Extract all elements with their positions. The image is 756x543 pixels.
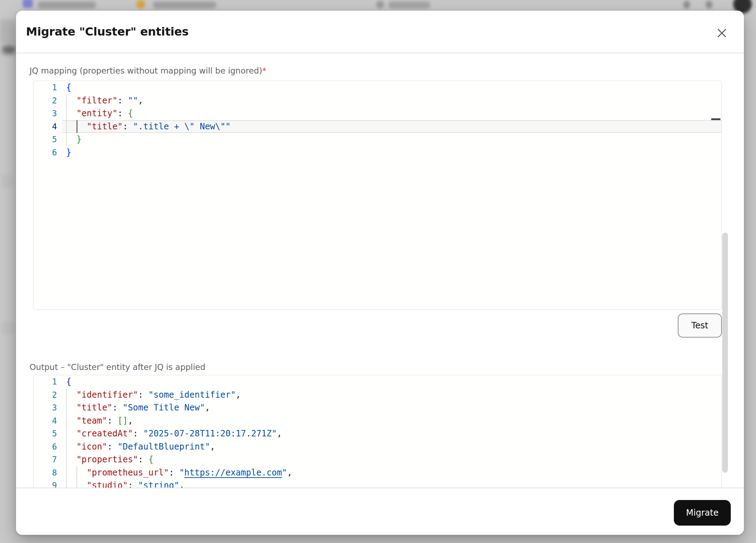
code-line[interactable]: 4 "team": [], [33, 414, 722, 428]
token-b2: { [128, 108, 133, 118]
code-line[interactable]: 6} [33, 146, 722, 159]
token-sp [66, 468, 87, 478]
token-key: "prometheus_url" [87, 468, 169, 478]
token-val: "Some Title New" [123, 403, 205, 413]
code-line[interactable]: 9 "studio": "string", [33, 479, 722, 488]
modal-title: Migrate "Cluster" entities [26, 25, 188, 38]
code-text: "title": ".title + \" New\"" [66, 120, 230, 133]
line-number: 3 [33, 107, 57, 120]
line-number: 1 [33, 375, 57, 388]
code-text: "entity": { [66, 107, 133, 120]
code-line[interactable]: 5 } [33, 133, 722, 146]
line-number: 2 [33, 94, 57, 107]
code-line[interactable]: 7 "properties": { [33, 453, 722, 466]
line-number: 5 [33, 133, 57, 146]
token-pu: : [169, 468, 179, 478]
code-text: "createdAt": "2025-07-28T11:20:17.271Z", [66, 427, 282, 440]
token-b2: { [148, 455, 153, 464]
token-pu: , [210, 442, 215, 452]
token-b1: } [66, 147, 71, 157]
line-number: 6 [33, 440, 57, 453]
code-line[interactable]: 3 "title": "Some Title New", [33, 401, 722, 414]
toolbar-icon-1 [683, 1, 690, 9]
token-pu: : [107, 416, 118, 426]
line-number: 5 [33, 427, 57, 440]
token-pu: , [128, 416, 133, 426]
token-sp [66, 416, 76, 426]
token-sp [66, 480, 87, 488]
code-text: "filter": "", [66, 94, 143, 107]
token-pu: : [107, 442, 118, 452]
line-number: 7 [33, 453, 57, 466]
code-text: } [66, 133, 81, 146]
code-line[interactable]: 1{ [33, 81, 722, 94]
token-b2: } [76, 134, 81, 144]
migrate-entities-modal: Migrate "Cluster" entities JQ mapping (p… [16, 11, 744, 535]
code-text: "team": [], [66, 414, 133, 428]
code-line[interactable]: 8 "prometheus_url": "https://example.com… [33, 466, 722, 479]
catalog-icon [23, 0, 33, 8]
code-line[interactable]: 1{ [33, 375, 722, 388]
page: Migrate "Cluster" entities JQ mapping (p… [0, 0, 756, 543]
code-text: "icon": "DefaultBlueprint", [66, 440, 215, 453]
token-pu: : [118, 96, 128, 106]
code-text: "title": "Some Title New", [66, 401, 210, 414]
line-number: 2 [33, 388, 57, 402]
code-text: "properties": { [66, 453, 154, 466]
token-key: "team" [76, 416, 107, 426]
line-number: 3 [33, 401, 57, 414]
code-line[interactable]: 3 "entity": { [33, 107, 722, 120]
jq-mapping-label-text: JQ mapping (properties without mapping w… [30, 66, 262, 75]
token-key: "properties" [76, 455, 138, 464]
line-number: 6 [33, 146, 57, 159]
jq-mapping-label: JQ mapping (properties without mapping w… [30, 66, 266, 75]
token-pu: : [138, 455, 148, 464]
token-pu: , [236, 390, 241, 400]
token-sp [66, 108, 76, 118]
json-link[interactable]: https://example.com [184, 468, 282, 478]
token-pu: : [138, 390, 148, 400]
token-key: "createdAt" [76, 429, 133, 439]
code-line[interactable]: 5 "createdAt": "2025-07-28T11:20:17.271Z… [33, 427, 722, 440]
code-text: { [66, 81, 71, 94]
token-b2: [] [118, 416, 128, 426]
token-val: " [179, 468, 184, 478]
code-line[interactable]: 2 "filter": "", [33, 94, 722, 107]
token-pu: : [118, 108, 128, 118]
code-text: "identifier": "some_identifier", [66, 388, 241, 402]
token-pu: , [138, 96, 143, 106]
code-line[interactable]: 2 "identifier": "some_identifier", [33, 388, 722, 402]
toolbar-icon-2 [706, 1, 712, 9]
line-number: 9 [33, 479, 57, 488]
code-text: { [66, 375, 71, 388]
search-label-blur [388, 1, 430, 9]
token-pu: : [112, 403, 123, 413]
token-val: "DefaultBlueprint" [118, 442, 210, 452]
token-pu: , [179, 480, 184, 488]
output-editor[interactable]: 1{2 "identifier": "some_identifier",3 "t… [33, 375, 722, 488]
modal-header: Migrate "Cluster" entities [16, 11, 744, 53]
token-sp [66, 403, 76, 413]
code-line[interactable]: 6 "icon": "DefaultBlueprint", [33, 440, 722, 453]
token-sp [66, 134, 76, 144]
token-key: "studio" [87, 480, 128, 488]
token-sp [66, 455, 76, 464]
modal-scrollbar-thumb[interactable] [722, 233, 728, 473]
token-val: "2025-07-28T11:20:17.271Z" [143, 429, 277, 439]
test-button[interactable]: Test [678, 313, 722, 338]
line-number: 4 [33, 414, 57, 428]
token-key: "title" [76, 403, 112, 413]
token-pu: : [133, 429, 143, 439]
token-sp [66, 429, 76, 439]
migrate-button[interactable]: Migrate [674, 500, 731, 526]
token-val: ".title + \" New\"" [133, 122, 231, 131]
code-line[interactable]: 4 "title": ".title + \" New\"" [33, 120, 722, 133]
jq-editor[interactable]: 1{2 "filter": "",3 "entity": {4 "title":… [33, 81, 722, 310]
token-pu: , [277, 429, 282, 439]
token-key: "icon" [76, 442, 107, 452]
token-pu: : [128, 480, 138, 488]
close-button[interactable] [714, 25, 730, 41]
sidebar-item-active-blur [0, 20, 15, 43]
token-key: "filter" [76, 96, 118, 106]
token-b1: { [66, 377, 71, 387]
